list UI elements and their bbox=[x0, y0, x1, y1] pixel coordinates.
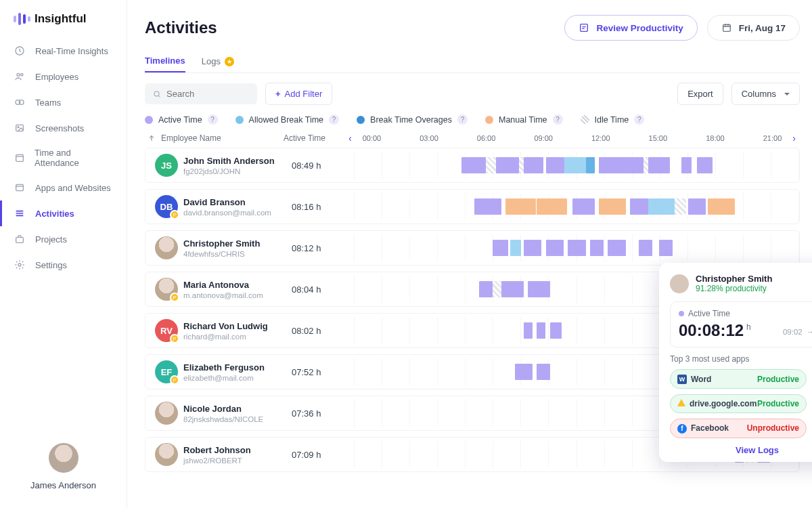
columns-button[interactable]: Columns bbox=[731, 83, 800, 105]
timeline-segment[interactable] bbox=[501, 281, 524, 297]
sidebar-item-settings[interactable]: Settings bbox=[0, 252, 127, 278]
sidebar-item-real-time-insights[interactable]: Real-Time Insights bbox=[0, 38, 127, 64]
sidebar-item-employees[interactable]: Employees bbox=[0, 64, 127, 89]
help-icon[interactable]: ? bbox=[208, 114, 218, 125]
timeline-segment[interactable] bbox=[537, 364, 550, 380]
timeline-segment[interactable] bbox=[524, 157, 543, 173]
help-icon[interactable]: ? bbox=[553, 114, 563, 125]
timeline-segment[interactable] bbox=[537, 198, 567, 215]
img-icon bbox=[14, 122, 26, 134]
tab-logs[interactable]: Logs★ bbox=[202, 50, 234, 72]
timeline-segment[interactable] bbox=[486, 157, 495, 173]
employee-sub: jshwo2/ROBERT bbox=[183, 457, 292, 465]
timeline-segment[interactable] bbox=[474, 198, 501, 215]
timeline-segment[interactable] bbox=[688, 198, 706, 215]
clock-icon bbox=[14, 45, 26, 57]
tab-timelines[interactable]: Timelines bbox=[145, 50, 185, 72]
sidebar-item-apps-and-websites[interactable]: Apps and Websites bbox=[0, 175, 127, 200]
timeline-segment[interactable] bbox=[528, 281, 550, 297]
timeline-segment[interactable] bbox=[546, 240, 564, 256]
hour-label: 21:00 bbox=[763, 134, 782, 142]
table-header: Employee Name Active Time ‹ 00:0003:0006… bbox=[145, 133, 800, 144]
timeline-segment[interactable] bbox=[505, 198, 536, 215]
add-filter-button[interactable]: + Add Filter bbox=[265, 83, 332, 105]
help-icon[interactable]: ? bbox=[457, 114, 468, 125]
timeline-segment[interactable] bbox=[681, 157, 692, 173]
timeline-segment[interactable] bbox=[659, 240, 673, 256]
timeline-segment[interactable] bbox=[599, 157, 644, 173]
timeline-segment[interactable] bbox=[461, 157, 487, 173]
view-logs-button[interactable]: View Logs bbox=[670, 445, 812, 455]
employee-name: Nicole Jordan bbox=[183, 404, 292, 414]
table-row[interactable]: JSJohn Smith Andersonfg202jds0/JOHN08:49… bbox=[145, 148, 800, 183]
timeline-segment[interactable] bbox=[630, 198, 648, 215]
app-chip[interactable]: fFacebookUnproductive bbox=[670, 419, 807, 438]
scroll-left-button[interactable]: ‹ bbox=[344, 133, 356, 144]
window-icon bbox=[14, 182, 26, 194]
review-productivity-button[interactable]: Review Productivity bbox=[564, 15, 697, 41]
timeline-segment[interactable] bbox=[697, 157, 713, 173]
timeline-hours: 00:0003:0006:0009:0012:0015:0018:0021:00 bbox=[356, 134, 789, 142]
timeline-segment[interactable] bbox=[510, 240, 521, 256]
date-picker-button[interactable]: Fri, Aug 17 bbox=[707, 15, 800, 41]
timeline-segment[interactable] bbox=[675, 198, 686, 215]
timeline-segment[interactable] bbox=[590, 240, 604, 256]
app-chip[interactable]: WWordProductive bbox=[670, 369, 807, 389]
employee-name: Elizabeth Ferguson bbox=[183, 362, 292, 373]
col-employee[interactable]: Employee Name bbox=[145, 133, 284, 143]
chevron-down-icon bbox=[784, 93, 790, 98]
help-icon[interactable]: ? bbox=[634, 114, 644, 125]
popover-dot-icon bbox=[679, 311, 684, 316]
col-active[interactable]: Active Time bbox=[284, 133, 344, 143]
timeline-segment[interactable] bbox=[568, 240, 585, 256]
sidebar-item-screenshots[interactable]: Screenshots bbox=[0, 115, 127, 141]
avatar bbox=[155, 236, 178, 259]
svg-rect-8 bbox=[16, 184, 24, 190]
timeline-segment[interactable] bbox=[493, 281, 501, 297]
timeline-segment[interactable] bbox=[519, 157, 524, 173]
timeline-segment[interactable] bbox=[537, 322, 545, 339]
active-time-value: 07:52 h bbox=[292, 367, 354, 377]
sidebar-item-activities[interactable]: Activities bbox=[0, 200, 127, 226]
timeline-segment[interactable] bbox=[648, 157, 671, 173]
export-button[interactable]: Export bbox=[677, 83, 723, 105]
svg-point-1 bbox=[17, 73, 20, 76]
timeline-segment[interactable] bbox=[515, 364, 533, 380]
timeline-segment[interactable] bbox=[608, 240, 625, 256]
app-chip[interactable]: drive.google.comProductive bbox=[670, 394, 807, 413]
sidebar-item-projects[interactable]: Projects bbox=[0, 226, 127, 252]
scroll-right-button[interactable]: › bbox=[788, 133, 800, 144]
timeline-segment[interactable] bbox=[708, 198, 734, 215]
timeline-segment[interactable] bbox=[639, 240, 652, 256]
timeline-segment[interactable] bbox=[586, 157, 595, 173]
timeline-segment[interactable] bbox=[493, 240, 508, 256]
table-row[interactable]: DBPDavid Bransondavid.branson@mail.com08… bbox=[145, 189, 800, 224]
active-time-value: 08:04 h bbox=[292, 284, 354, 295]
page-header: Activities Review Productivity Fri, Aug … bbox=[145, 15, 800, 41]
timeline-segment[interactable] bbox=[546, 157, 565, 173]
review-icon bbox=[579, 22, 589, 33]
search-input[interactable] bbox=[145, 83, 257, 104]
page-title: Activities bbox=[145, 18, 217, 37]
timeline-segment[interactable] bbox=[564, 157, 586, 173]
timeline-segment[interactable] bbox=[572, 198, 595, 215]
timeline-segment[interactable] bbox=[550, 322, 561, 339]
timeline-segment[interactable] bbox=[644, 157, 648, 173]
timeline-segment[interactable] bbox=[524, 240, 541, 256]
timeline-segment[interactable] bbox=[479, 281, 493, 297]
employee-name: Richard Von Ludwig bbox=[183, 321, 292, 331]
current-user[interactable]: James Anderson bbox=[0, 436, 127, 497]
active-time-value: 08:02 h bbox=[292, 326, 354, 336]
timeline-segment[interactable] bbox=[599, 198, 625, 215]
employee-name: David Branson bbox=[183, 197, 292, 207]
timeline-segment[interactable] bbox=[496, 157, 519, 173]
sidebar-item-teams[interactable]: Teams bbox=[0, 89, 127, 115]
help-icon[interactable]: ? bbox=[329, 114, 339, 125]
toolbar: + Add Filter Export Columns bbox=[145, 83, 800, 105]
sidebar-item-time-and-attendance[interactable]: Time and Attendance bbox=[0, 141, 127, 175]
table-row[interactable]: Christopher Smith4fdewhfss/CHRIS08:12 h bbox=[145, 230, 800, 266]
svg-point-2 bbox=[21, 74, 23, 76]
timeline-segment[interactable] bbox=[648, 198, 675, 215]
brand-logo: Insightful bbox=[0, 12, 127, 38]
timeline-segment[interactable] bbox=[524, 322, 533, 339]
